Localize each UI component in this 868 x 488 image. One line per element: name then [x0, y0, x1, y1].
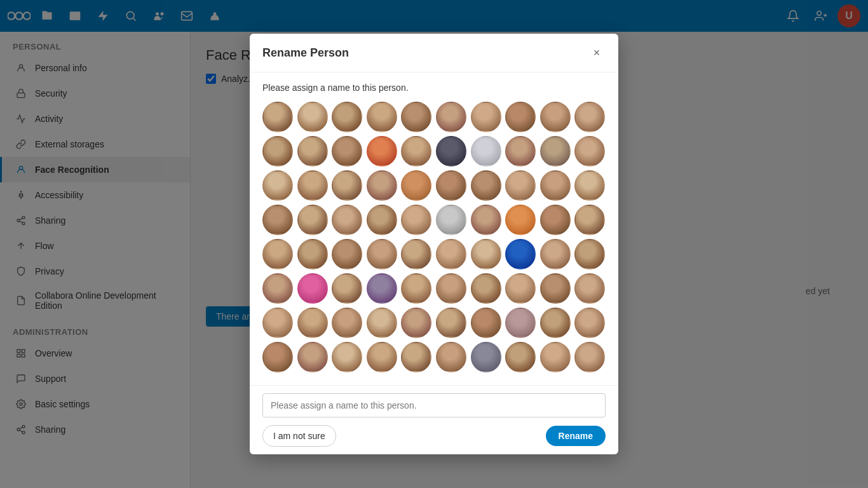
- face-40[interactable]: [574, 205, 605, 235]
- face-12[interactable]: [297, 136, 328, 166]
- modal-close-button[interactable]: ×: [588, 44, 606, 62]
- face-73[interactable]: [332, 342, 362, 372]
- face-72[interactable]: [297, 342, 328, 372]
- face-30[interactable]: [574, 170, 605, 201]
- modal-overlay[interactable]: Rename Person × Please assign a name to …: [0, 0, 868, 488]
- face-63[interactable]: [332, 308, 362, 338]
- face-20[interactable]: [574, 136, 605, 166]
- face-8[interactable]: [505, 102, 536, 132]
- face-79[interactable]: [540, 342, 571, 372]
- face-32[interactable]: [297, 205, 328, 235]
- face-15[interactable]: [401, 136, 431, 166]
- modal-title: Rename Person: [262, 46, 349, 60]
- name-input[interactable]: [262, 393, 606, 417]
- face-54[interactable]: [367, 273, 397, 304]
- face-76[interactable]: [436, 342, 466, 372]
- face-25[interactable]: [401, 170, 431, 201]
- face-67[interactable]: [471, 308, 501, 338]
- face-23[interactable]: [332, 170, 362, 201]
- face-2[interactable]: [297, 102, 328, 132]
- face-42[interactable]: [297, 239, 328, 269]
- face-61[interactable]: [262, 308, 293, 338]
- face-57[interactable]: [471, 273, 501, 304]
- face-26[interactable]: [436, 170, 466, 201]
- face-13[interactable]: [332, 136, 362, 166]
- face-22[interactable]: [297, 170, 328, 201]
- face-35[interactable]: [401, 205, 431, 235]
- face-5[interactable]: [401, 102, 431, 132]
- face-64[interactable]: [367, 308, 397, 338]
- face-51[interactable]: [262, 273, 293, 304]
- face-6[interactable]: [436, 102, 466, 132]
- face-39[interactable]: [540, 205, 571, 235]
- face-56[interactable]: [436, 273, 466, 304]
- face-27[interactable]: [471, 170, 501, 201]
- face-65[interactable]: [401, 308, 431, 338]
- face-45[interactable]: [401, 239, 431, 269]
- modal-actions: I am not sure Rename: [262, 425, 606, 447]
- face-18[interactable]: [505, 136, 536, 166]
- face-38[interactable]: [505, 205, 536, 235]
- faces-grid: [262, 102, 606, 372]
- face-24[interactable]: [367, 170, 397, 201]
- face-75[interactable]: [401, 342, 431, 372]
- face-29[interactable]: [540, 170, 571, 201]
- modal-header: Rename Person ×: [250, 34, 618, 72]
- face-78[interactable]: [505, 342, 536, 372]
- face-41[interactable]: [262, 239, 293, 269]
- face-10[interactable]: [574, 102, 605, 132]
- face-47[interactable]: [471, 239, 501, 269]
- face-71[interactable]: [262, 342, 293, 372]
- face-46[interactable]: [436, 239, 466, 269]
- not-sure-button[interactable]: I am not sure: [262, 425, 336, 447]
- face-11[interactable]: [262, 136, 293, 166]
- face-60[interactable]: [574, 273, 605, 304]
- face-69[interactable]: [540, 308, 571, 338]
- face-17[interactable]: [471, 136, 501, 166]
- face-7[interactable]: [471, 102, 501, 132]
- face-52[interactable]: [297, 273, 328, 304]
- face-28[interactable]: [505, 170, 536, 201]
- face-62[interactable]: [297, 308, 328, 338]
- face-33[interactable]: [332, 205, 362, 235]
- face-9[interactable]: [540, 102, 571, 132]
- rename-button[interactable]: Rename: [546, 426, 606, 446]
- face-44[interactable]: [367, 239, 397, 269]
- face-48[interactable]: [505, 239, 536, 269]
- face-58[interactable]: [505, 273, 536, 304]
- face-3[interactable]: [332, 102, 362, 132]
- face-59[interactable]: [540, 273, 571, 304]
- face-4[interactable]: [367, 102, 397, 132]
- modal-body: Please assign a name to this person.: [250, 72, 618, 385]
- face-1[interactable]: [262, 102, 293, 132]
- rename-person-modal: Rename Person × Please assign a name to …: [250, 34, 618, 454]
- face-34[interactable]: [367, 205, 397, 235]
- face-70[interactable]: [574, 308, 605, 338]
- face-80[interactable]: [574, 342, 605, 372]
- face-55[interactable]: [401, 273, 431, 304]
- face-37[interactable]: [471, 205, 501, 235]
- modal-description: Please assign a name to this person.: [262, 83, 606, 93]
- face-21[interactable]: [262, 170, 293, 201]
- face-43[interactable]: [332, 239, 362, 269]
- modal-footer: I am not sure Rename: [250, 385, 618, 454]
- face-68[interactable]: [505, 308, 536, 338]
- face-66[interactable]: [436, 308, 466, 338]
- face-53[interactable]: [332, 273, 362, 304]
- face-74[interactable]: [367, 342, 397, 372]
- face-16[interactable]: [436, 136, 466, 166]
- face-31[interactable]: [262, 205, 293, 235]
- face-36[interactable]: [436, 205, 466, 235]
- face-19[interactable]: [540, 136, 571, 166]
- face-50[interactable]: [574, 239, 605, 269]
- face-77[interactable]: [471, 342, 501, 372]
- face-49[interactable]: [540, 239, 571, 269]
- face-14[interactable]: [367, 136, 397, 166]
